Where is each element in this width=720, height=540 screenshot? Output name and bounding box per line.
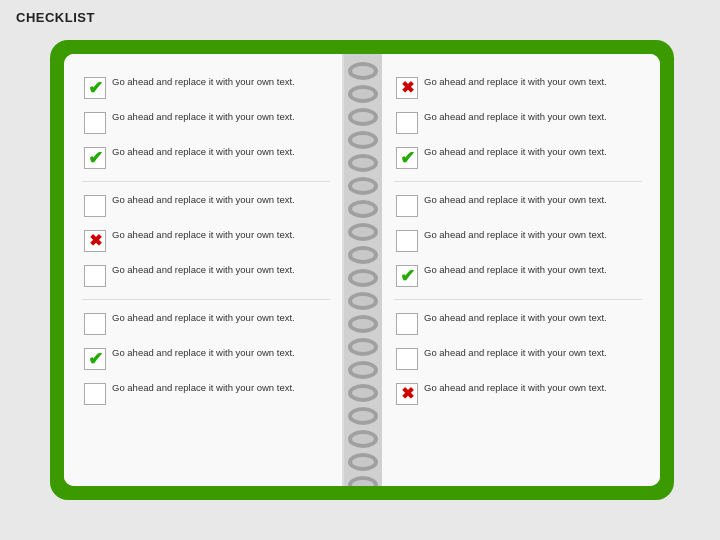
spiral-binding <box>344 54 382 486</box>
list-item: ✖ Go ahead and replace it with your own … <box>394 378 642 409</box>
list-item: Go ahead and replace it with your own te… <box>394 343 642 374</box>
item-text: Go ahead and replace it with your own te… <box>424 111 607 124</box>
check-icon: ✔ <box>88 149 103 167</box>
spiral-ring <box>348 407 378 425</box>
checkbox[interactable]: ✔ <box>84 147 106 169</box>
check-icon: ✔ <box>400 267 415 285</box>
checkbox[interactable] <box>84 265 106 287</box>
spiral-ring <box>348 85 378 103</box>
cross-icon: ✖ <box>401 386 414 402</box>
page-title: CHECKLIST <box>16 10 95 25</box>
list-item: Go ahead and replace it with your own te… <box>394 190 642 221</box>
list-item: Go ahead and replace it with your own te… <box>394 308 642 339</box>
list-item: Go ahead and replace it with your own te… <box>82 107 330 138</box>
item-text: Go ahead and replace it with your own te… <box>424 382 607 395</box>
notebook-outer: ✔ Go ahead and replace it with your own … <box>50 40 674 500</box>
spiral-ring <box>348 223 378 241</box>
spiral-ring <box>348 154 378 172</box>
item-text: Go ahead and replace it with your own te… <box>112 347 295 360</box>
checkbox[interactable]: ✖ <box>396 77 418 99</box>
spiral-ring <box>348 384 378 402</box>
item-text: Go ahead and replace it with your own te… <box>424 347 607 360</box>
spiral-ring <box>348 131 378 149</box>
cross-icon: ✖ <box>401 80 414 96</box>
spiral-ring <box>348 361 378 379</box>
checkbox[interactable] <box>396 230 418 252</box>
list-item: ✔ Go ahead and replace it with your own … <box>82 142 330 173</box>
list-item: ✔ Go ahead and replace it with your own … <box>82 72 330 103</box>
list-item: Go ahead and replace it with your own te… <box>394 107 642 138</box>
item-text: Go ahead and replace it with your own te… <box>112 194 295 207</box>
item-text: Go ahead and replace it with your own te… <box>112 111 295 124</box>
page-right: ✖ Go ahead and replace it with your own … <box>382 54 660 486</box>
spiral-ring <box>348 62 378 80</box>
spiral-ring <box>348 338 378 356</box>
checkbox[interactable]: ✖ <box>84 230 106 252</box>
checkbox[interactable] <box>396 313 418 335</box>
list-item: ✔ Go ahead and replace it with your own … <box>394 142 642 173</box>
checkbox[interactable]: ✔ <box>396 147 418 169</box>
item-text: Go ahead and replace it with your own te… <box>112 76 295 89</box>
spiral-ring <box>348 453 378 471</box>
item-text: Go ahead and replace it with your own te… <box>424 312 607 325</box>
checkbox[interactable] <box>84 383 106 405</box>
checkbox[interactable] <box>84 195 106 217</box>
page-left: ✔ Go ahead and replace it with your own … <box>64 54 344 486</box>
spiral-ring <box>348 476 378 486</box>
list-item: Go ahead and replace it with your own te… <box>394 225 642 256</box>
checkbox[interactable]: ✔ <box>84 348 106 370</box>
item-text: Go ahead and replace it with your own te… <box>112 382 295 395</box>
item-text: Go ahead and replace it with your own te… <box>112 146 295 159</box>
item-text: Go ahead and replace it with your own te… <box>424 264 607 277</box>
spiral-ring <box>348 108 378 126</box>
list-item: ✖ Go ahead and replace it with your own … <box>394 72 642 103</box>
list-item: Go ahead and replace it with your own te… <box>82 308 330 339</box>
spiral-ring <box>348 246 378 264</box>
check-icon: ✔ <box>88 79 103 97</box>
check-icon: ✔ <box>88 350 103 368</box>
spiral-ring <box>348 200 378 218</box>
checkbox[interactable] <box>84 313 106 335</box>
list-item: ✔ Go ahead and replace it with your own … <box>394 260 642 291</box>
item-text: Go ahead and replace it with your own te… <box>424 229 607 242</box>
checkbox[interactable] <box>396 348 418 370</box>
item-text: Go ahead and replace it with your own te… <box>112 229 295 242</box>
cross-icon: ✖ <box>89 233 102 249</box>
check-icon: ✔ <box>400 149 415 167</box>
item-text: Go ahead and replace it with your own te… <box>112 264 295 277</box>
spiral-ring <box>348 292 378 310</box>
spiral-ring <box>348 269 378 287</box>
item-text: Go ahead and replace it with your own te… <box>424 146 607 159</box>
checkbox[interactable]: ✔ <box>84 77 106 99</box>
checkbox[interactable]: ✔ <box>396 265 418 287</box>
spiral-ring <box>348 315 378 333</box>
list-item: Go ahead and replace it with your own te… <box>82 378 330 409</box>
list-item: ✔ Go ahead and replace it with your own … <box>82 343 330 374</box>
checkbox[interactable] <box>396 112 418 134</box>
checkbox[interactable] <box>396 195 418 217</box>
item-text: Go ahead and replace it with your own te… <box>112 312 295 325</box>
item-text: Go ahead and replace it with your own te… <box>424 76 607 89</box>
item-text: Go ahead and replace it with your own te… <box>424 194 607 207</box>
list-item: Go ahead and replace it with your own te… <box>82 190 330 221</box>
notebook-inner: ✔ Go ahead and replace it with your own … <box>64 54 660 486</box>
spiral-ring <box>348 177 378 195</box>
checkbox[interactable]: ✖ <box>396 383 418 405</box>
spiral-ring <box>348 430 378 448</box>
checkbox[interactable] <box>84 112 106 134</box>
list-item: ✖ Go ahead and replace it with your own … <box>82 225 330 256</box>
list-item: Go ahead and replace it with your own te… <box>82 260 330 291</box>
